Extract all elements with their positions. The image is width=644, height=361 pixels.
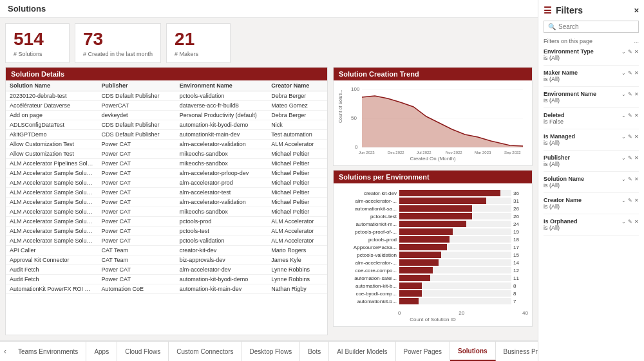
search-box[interactable]: 🔍 [544, 21, 639, 33]
filter-item-icons: ⌄ ✎ ✕ [621, 198, 639, 203]
tab-teams-environments[interactable]: Teams Environments [10, 342, 86, 361]
bar-row: automationkit-m... 24 [341, 221, 524, 227]
svg-text:0: 0 [355, 144, 358, 150]
table-row[interactable]: ALM Accelerator Pipelines SolutionPower … [6, 159, 327, 169]
filter-item-environment-name: Environment Name ⌄ ✎ ✕ is (All) [544, 91, 639, 108]
solution-details-table-container[interactable]: Solution Name Publisher Environment Name… [6, 80, 327, 335]
filter-item-label: Is Orphaned [544, 218, 578, 225]
edit-icon[interactable]: ✎ [628, 134, 632, 140]
table-cell: Power CAT [98, 217, 176, 227]
line-chart-x-axis-label: Created On (Month) [337, 156, 528, 162]
bar-track [399, 205, 511, 212]
table-row[interactable]: Audit FetchPower CATalm-accelerator-devL… [6, 265, 327, 275]
chevron-down-icon[interactable]: ⌄ [621, 176, 626, 182]
table-cell: mikeochs-sandbox [176, 159, 268, 169]
close-icon[interactable]: ✕ [634, 91, 639, 97]
close-icon[interactable]: ✕ [634, 155, 639, 161]
bar-label: automationkit-b... [341, 299, 399, 304]
bar-track [399, 259, 511, 266]
bar-fill [399, 259, 439, 266]
chevron-down-icon[interactable]: ⌄ [621, 219, 626, 225]
dashboard: 514# Solutions73# Created in the last mo… [0, 18, 538, 340]
close-icon[interactable]: ✕ [634, 70, 639, 76]
edit-icon[interactable]: ✎ [628, 176, 632, 182]
col-creator-name: Creator Name [267, 80, 327, 91]
bar-row: alm-accelerator-... 14 [341, 259, 524, 266]
charts-panel: Solution Creation Trend 100 50 0 Count o… [333, 67, 533, 335]
line-chart-title: Solution Creation Trend [334, 68, 532, 80]
table-cell: Power CAT [98, 227, 176, 236]
table-row[interactable]: Allow Customization TestPower CATmikeoch… [6, 149, 327, 159]
close-icon[interactable]: ✕ [634, 219, 639, 225]
table-row[interactable]: Allow Customization TestPower CATalm-acc… [6, 140, 327, 149]
metric-value: 73 [83, 29, 153, 50]
close-icon[interactable]: ✕ [634, 49, 639, 55]
table-row[interactable]: AkitGPTDemoCDS Default Publisherautomati… [6, 130, 327, 140]
tab-prev-arrow[interactable]: ‹ [0, 342, 10, 361]
table-cell: ALM Accelerator Sample Solution [6, 169, 98, 178]
close-icon[interactable]: ✕ [634, 198, 639, 203]
table-row[interactable]: 20230120-debrab-testCDS Default Publishe… [6, 91, 327, 101]
tab-solutions[interactable]: Solutions [450, 342, 496, 361]
tab-power-pages[interactable]: Power Pages [396, 342, 450, 361]
chevron-down-icon[interactable]: ⌄ [621, 113, 626, 118]
table-cell: Michael Peltier [267, 198, 327, 207]
edit-icon[interactable]: ✎ [628, 219, 632, 225]
chevron-down-icon[interactable]: ⌄ [621, 155, 626, 161]
table-row[interactable]: ALM Accelerator Sample SolutionPower CAT… [6, 169, 327, 178]
table-cell: ALM Accelerator Sample Solution [6, 188, 98, 198]
sidebar-close-icon[interactable]: ✕ [634, 7, 639, 14]
table-cell: Power CAT [98, 236, 176, 246]
table-row[interactable]: Add on pagedevkeydetPersonal Productivit… [6, 111, 327, 120]
bar-label: pctools-prod [341, 237, 399, 243]
tab-business-process-flows[interactable]: Business Process Flows [496, 342, 538, 361]
chevron-down-icon[interactable]: ⌄ [621, 134, 626, 140]
table-row[interactable]: ALM Accelerator Sample SolutionPower CAT… [6, 198, 327, 207]
filter-item-header: Creator Name ⌄ ✎ ✕ [544, 197, 639, 203]
table-cell: automation-kit-byodi-demo [176, 120, 268, 130]
edit-icon[interactable]: ✎ [628, 155, 632, 161]
edit-icon[interactable]: ✎ [628, 49, 632, 55]
filter-item-value: is (All) [544, 97, 639, 104]
table-row[interactable]: ALM Accelerator Sample SolutionPower CAT… [6, 178, 327, 188]
table-row[interactable]: ALM Accelerator Sample SolutionPower CAT… [6, 217, 327, 227]
tab-cloud-flows[interactable]: Cloud Flows [117, 342, 169, 361]
tab-desktop-flows[interactable]: Desktop Flows [242, 342, 301, 361]
table-row[interactable]: ALM Accelerator Sample SolutionPower CAT… [6, 207, 327, 217]
chevron-down-icon[interactable]: ⌄ [621, 198, 626, 203]
filter-item-icons: ⌄ ✎ ✕ [621, 134, 639, 140]
chevron-down-icon[interactable]: ⌄ [621, 49, 626, 55]
bar-chart-x-axis-label: Count of Solution ID [337, 317, 528, 322]
table-row[interactable]: ALM Accelerator Sample SolutionPower CAT… [6, 188, 327, 198]
table-row[interactable]: Audit FetchPower CATautomation-kit-byodi… [6, 275, 327, 284]
table-cell: alm-accelerator-validation [176, 140, 268, 149]
table-row[interactable]: Accélérateur DataversePowerCATdataverse-… [6, 101, 327, 111]
bar-fill [399, 205, 472, 212]
tab-apps[interactable]: Apps [86, 342, 117, 361]
edit-icon[interactable]: ✎ [628, 91, 632, 97]
bar-label: alm-accelerator-... [341, 198, 399, 204]
close-icon[interactable]: ✕ [634, 113, 639, 118]
tab-custom-connectors[interactable]: Custom Connectors [169, 342, 242, 361]
close-icon[interactable]: ✕ [634, 176, 639, 182]
table-row[interactable]: API CallerCAT Teamcreator-kit-devMario R… [6, 246, 327, 255]
bar-value: 8 [511, 283, 524, 289]
bar-label: automationkit-sa... [341, 206, 399, 212]
close-icon[interactable]: ✕ [634, 134, 639, 140]
tab-bots[interactable]: Bots [300, 342, 329, 361]
edit-icon[interactable]: ✎ [628, 198, 632, 203]
svg-text:Count of Soluti...: Count of Soluti... [338, 89, 343, 123]
table-row[interactable]: ALM Accelerator Sample SolutionPower CAT… [6, 236, 327, 246]
edit-icon[interactable]: ✎ [628, 113, 632, 118]
table-cell: devkeydet [98, 111, 176, 120]
table-row[interactable]: Approval Kit ConnectorCAT Teambiz-approv… [6, 255, 327, 265]
bar-fill [399, 236, 450, 243]
chevron-down-icon[interactable]: ⌄ [621, 91, 626, 97]
chevron-down-icon[interactable]: ⌄ [621, 70, 626, 76]
search-input[interactable] [558, 23, 640, 30]
edit-icon[interactable]: ✎ [628, 70, 632, 76]
tab-ai-builder-models[interactable]: AI Builder Models [329, 342, 395, 361]
table-row[interactable]: ADLSConfigDataTestCDS Default Publishera… [6, 120, 327, 130]
table-row[interactable]: AutomationKit PowerFX ROI CalculatorAuto… [6, 284, 327, 294]
table-row[interactable]: ALM Accelerator Sample SolutionPower CAT… [6, 227, 327, 236]
